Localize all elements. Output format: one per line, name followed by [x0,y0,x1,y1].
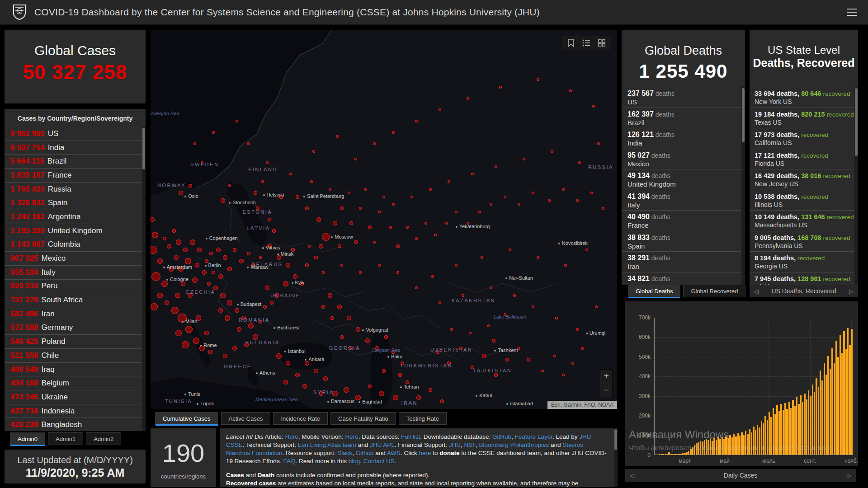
table-row[interactable]: 1 760 420Russia [5,183,146,197]
table-row[interactable]: 967 825Mexico [5,252,146,266]
cases-list[interactable]: 9 962 900US8 507 754India5 664 115Brazil… [5,127,146,431]
daily-cases-bar[interactable] [704,440,705,455]
case-cluster-dot[interactable] [499,86,502,89]
case-cluster-dot[interactable] [263,305,267,309]
prev-arrow-icon[interactable]: ◁ [750,288,763,295]
cases-scrollbar[interactable] [142,127,146,431]
case-cluster-dot[interactable] [322,233,330,241]
credits-link[interactable]: FAQ [283,458,296,465]
case-cluster-dot[interactable] [585,249,588,251]
daily-cases-bar[interactable] [814,392,815,455]
case-cluster-dot[interactable] [490,286,492,289]
tab-admin1[interactable]: Admin1 [48,432,83,445]
daily-cases-bar[interactable] [818,387,819,455]
case-cluster-dot[interactable] [151,303,158,310]
daily-cases-bar[interactable] [708,440,709,455]
credits-link[interactable]: NSF [464,441,476,448]
credits-link[interactable]: Feature Layer [515,433,552,440]
daily-cases-bar[interactable] [784,403,786,455]
daily-cases-bar[interactable] [672,454,674,455]
daily-cases-bar[interactable] [851,329,853,455]
case-cluster-dot[interactable] [392,131,395,134]
daily-cases-bar[interactable] [751,432,752,455]
case-cluster-dot[interactable] [340,335,344,339]
legend-list-icon[interactable] [581,38,592,48]
tab-cumulative-cases[interactable]: Cumulative Cases [155,412,218,425]
case-cluster-dot[interactable] [239,259,244,263]
daily-cases-bar[interactable] [717,437,719,455]
daily-cases-bar[interactable] [812,385,813,455]
daily-cases-bar[interactable] [690,449,691,455]
case-cluster-dot[interactable] [576,328,579,331]
case-cluster-dot[interactable] [396,244,400,248]
credits-link[interactable]: Full list [401,433,420,440]
credits-link[interactable]: Here [285,433,298,440]
case-cluster-dot[interactable] [429,388,432,392]
table-row[interactable]: 737 278South Africa [5,293,146,307]
daily-cases-bar[interactable] [662,454,664,455]
credits-link[interactable]: Here [345,433,358,440]
table-row[interactable]: 10 149 deaths, 131 646 recoveredMassachu… [750,211,858,231]
case-cluster-dot[interactable] [462,294,464,297]
credits-link[interactable]: JHU [449,441,461,448]
case-cluster-dot[interactable] [208,350,212,354]
table-row[interactable]: 498 549Iraq [5,363,146,377]
case-cluster-dot[interactable] [337,305,342,309]
daily-cases-bar[interactable] [674,454,675,455]
case-cluster-dot[interactable] [553,355,556,357]
table-row[interactable]: 9 005 deaths, 168 708 recoveredPennsylva… [750,231,858,252]
table-row[interactable]: 40 490 deathsFrance [622,211,745,231]
case-cluster-dot[interactable] [319,244,323,249]
daily-cases-bar[interactable] [821,380,823,455]
us-scrollbar[interactable] [854,87,858,285]
daily-cases-bar[interactable] [827,356,829,455]
case-cluster-dot[interactable] [445,222,448,225]
case-cluster-dot[interactable] [237,327,241,332]
case-cluster-dot[interactable] [174,255,179,260]
tab-global-deaths[interactable]: Global Deaths [628,285,680,297]
case-cluster-dot[interactable] [396,271,399,274]
daily-cases-bar[interactable] [678,454,679,455]
case-cluster-dot[interactable] [481,256,483,259]
case-cluster-dot[interactable] [312,150,315,153]
daily-cases-bar[interactable] [682,453,684,455]
case-cluster-dot[interactable] [492,339,495,343]
table-row[interactable]: 1 328 832Spain [5,196,146,210]
daily-cases-bar[interactable] [665,454,666,455]
case-cluster-dot[interactable] [338,244,341,248]
case-cluster-dot[interactable] [562,188,565,191]
daily-cases-bar[interactable] [774,414,776,455]
case-cluster-dot[interactable] [354,158,357,160]
basemap-grid-icon[interactable] [596,38,607,48]
case-cluster-dot[interactable] [289,173,292,175]
daily-cases-bar[interactable] [769,412,770,455]
case-cluster-dot[interactable] [349,221,353,225]
table-row[interactable]: 521 558Chile [5,349,146,363]
table-row[interactable]: 16 429 deaths, 38 016 recoveredNew Jerse… [750,169,858,190]
daily-cases-bar[interactable] [757,425,758,455]
case-cluster-dot[interactable] [393,395,398,400]
zoom-out-button[interactable]: − [599,383,613,397]
table-row[interactable]: 9 962 900US [5,127,146,141]
case-cluster-dot[interactable] [225,315,230,321]
case-cluster-dot[interactable] [308,245,311,248]
daily-cases-bar[interactable] [725,436,726,455]
case-cluster-dot[interactable] [235,308,239,313]
tab-case-fatality-ratio[interactable]: Case-Fatality Ratio [330,412,396,425]
daily-cases-bar[interactable] [810,396,811,455]
daily-cases-bar[interactable] [788,402,790,455]
case-cluster-dot[interactable] [364,188,367,191]
case-cluster-dot[interactable] [171,307,179,314]
case-cluster-dot[interactable] [389,226,392,229]
case-cluster-dot[interactable] [223,354,227,358]
case-cluster-dot[interactable] [487,324,490,327]
case-cluster-dot[interactable] [469,332,472,334]
daily-cases-bar[interactable] [843,331,844,455]
daily-cases-bar[interactable] [712,441,713,455]
case-cluster-dot[interactable] [165,300,169,305]
daily-cases-bar[interactable] [722,437,723,455]
case-cluster-dot[interactable] [398,373,402,377]
table-row[interactable]: 126 121 deathsIndia [622,128,745,149]
case-cluster-dot[interactable] [490,203,492,206]
case-cluster-dot[interactable] [305,206,309,210]
